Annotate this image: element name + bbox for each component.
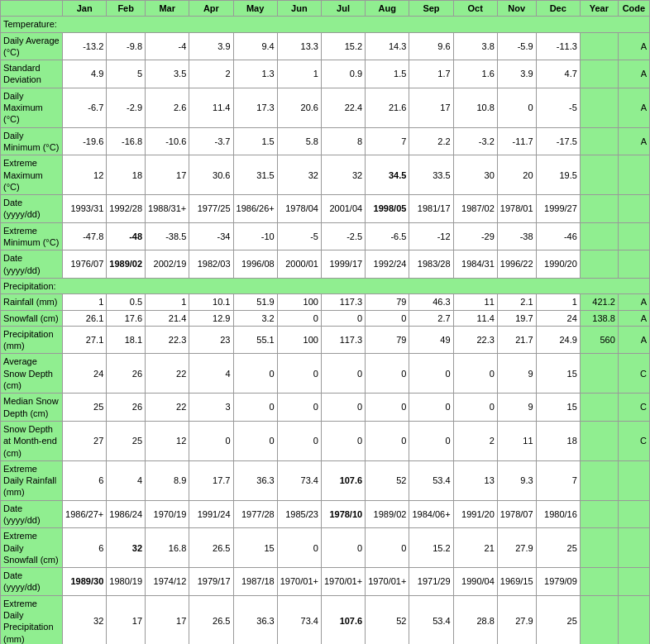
cell-1-1-10: 19.7 xyxy=(497,310,536,326)
cell-2-3-5: 1970/01+ xyxy=(277,568,321,596)
cell-2-0-6: 107.6 xyxy=(321,460,365,500)
cell-2-1-0: 1986/27+ xyxy=(63,500,107,528)
cell-0-6-4: -10 xyxy=(233,222,277,250)
col-header-jan: Jan xyxy=(63,1,107,17)
cell-0-3-11: -17.5 xyxy=(536,127,580,155)
cell-1-5-1: 25 xyxy=(107,421,146,460)
cell-1-1-2: 21.4 xyxy=(146,310,189,326)
cell-0-1-11: 4.7 xyxy=(536,60,580,88)
col-header-mar: Mar xyxy=(146,1,189,17)
cell-1-4-13: C xyxy=(618,394,649,422)
cell-2-0-4: 36.3 xyxy=(233,460,277,500)
cell-0-5-8: 1981/17 xyxy=(409,195,453,223)
row-label-0-6: Extreme Minimum (°C) xyxy=(1,222,63,250)
cell-0-3-5: 5.8 xyxy=(277,127,321,155)
cell-0-2-0: -6.7 xyxy=(63,88,107,127)
cell-0-0-7: 14.3 xyxy=(366,32,409,60)
cell-0-2-5: 20.6 xyxy=(277,88,321,127)
cell-1-5-4: 0 xyxy=(233,421,277,460)
cell-1-3-4: 0 xyxy=(233,354,277,394)
cell-0-0-8: 9.6 xyxy=(409,32,453,60)
cell-0-3-8: 2.2 xyxy=(409,127,453,155)
cell-0-3-10: -11.7 xyxy=(497,127,536,155)
cell-2-3-0: 1989/30 xyxy=(63,568,107,596)
cell-0-5-9: 1987/02 xyxy=(453,195,497,223)
cell-0-7-8: 1983/28 xyxy=(409,250,453,279)
cell-1-5-7: 0 xyxy=(366,421,409,460)
cell-0-4-0: 12 xyxy=(63,155,107,195)
cell-1-0-7: 79 xyxy=(366,294,409,310)
cell-0-2-10: 0 xyxy=(497,88,536,127)
cell-2-2-0: 6 xyxy=(63,528,107,568)
cell-0-7-6: 1999/17 xyxy=(321,250,365,279)
cell-0-2-3: 11.4 xyxy=(189,88,233,127)
cell-2-3-2: 1974/12 xyxy=(146,568,189,596)
cell-0-3-1: -16.8 xyxy=(107,127,146,155)
cell-1-5-3: 0 xyxy=(189,421,233,460)
cell-2-3-12 xyxy=(580,568,618,596)
cell-2-4-7: 52 xyxy=(366,595,409,644)
cell-1-1-3: 12.9 xyxy=(189,310,233,326)
cell-0-7-4: 1996/08 xyxy=(233,250,277,279)
cell-1-4-3: 3 xyxy=(189,394,233,422)
cell-1-0-12: 421.2 xyxy=(580,294,618,310)
cell-1-4-1: 26 xyxy=(107,394,146,422)
cell-1-0-6: 117.3 xyxy=(321,294,365,310)
cell-2-2-1: 32 xyxy=(107,528,146,568)
cell-1-3-2: 22 xyxy=(146,354,189,394)
cell-0-1-5: 1 xyxy=(277,60,321,88)
cell-0-3-7: 7 xyxy=(366,127,409,155)
cell-1-0-4: 51.9 xyxy=(233,294,277,310)
cell-1-1-6: 0 xyxy=(321,310,365,326)
row-label-2-4: Extreme Daily Precipitation (mm) xyxy=(1,595,63,644)
cell-0-4-13 xyxy=(618,155,649,195)
cell-0-7-9: 1984/31 xyxy=(453,250,497,279)
cell-1-4-10: 9 xyxy=(497,394,536,422)
cell-0-1-7: 1.5 xyxy=(366,60,409,88)
cell-2-4-0: 32 xyxy=(63,595,107,644)
cell-2-2-5: 0 xyxy=(277,528,321,568)
cell-2-4-1: 17 xyxy=(107,595,146,644)
cell-0-5-0: 1993/31 xyxy=(63,195,107,223)
cell-1-5-11: 18 xyxy=(536,421,580,460)
cell-0-6-13 xyxy=(618,222,649,250)
col-header-may: May xyxy=(233,1,277,17)
cell-0-5-1: 1992/28 xyxy=(107,195,146,223)
cell-0-5-11: 1999/27 xyxy=(536,195,580,223)
cell-0-1-4: 1.3 xyxy=(233,60,277,88)
cell-2-0-12 xyxy=(580,460,618,500)
cell-1-3-9: 0 xyxy=(453,354,497,394)
cell-1-1-5: 0 xyxy=(277,310,321,326)
cell-0-5-5: 1978/04 xyxy=(277,195,321,223)
cell-2-3-4: 1987/18 xyxy=(233,568,277,596)
cell-2-4-5: 73.4 xyxy=(277,595,321,644)
cell-0-3-3: -3.7 xyxy=(189,127,233,155)
row-label-0-5: Date (yyyy/dd) xyxy=(1,195,63,223)
cell-2-2-10: 27.9 xyxy=(497,528,536,568)
cell-0-1-6: 0.9 xyxy=(321,60,365,88)
cell-1-1-4: 3.2 xyxy=(233,310,277,326)
cell-0-5-7: 1998/05 xyxy=(366,195,409,223)
cell-0-7-11: 1990/20 xyxy=(536,250,580,279)
cell-1-5-9: 2 xyxy=(453,421,497,460)
cell-0-6-3: -34 xyxy=(189,222,233,250)
col-header-nov: Nov xyxy=(497,1,536,17)
cell-1-1-0: 26.1 xyxy=(63,310,107,326)
cell-0-0-11: -11.3 xyxy=(536,32,580,60)
cell-1-3-7: 0 xyxy=(366,354,409,394)
cell-0-5-2: 1988/31+ xyxy=(146,195,189,223)
cell-0-3-0: -19.6 xyxy=(63,127,107,155)
col-header-oct: Oct xyxy=(453,1,497,17)
cell-1-2-2: 22.3 xyxy=(146,326,189,354)
cell-1-0-10: 2.1 xyxy=(497,294,536,310)
cell-1-0-9: 11 xyxy=(453,294,497,310)
row-label-2-3: Date (yyyy/dd) xyxy=(1,568,63,596)
cell-0-7-10: 1996/22 xyxy=(497,250,536,279)
cell-0-1-2: 3.5 xyxy=(146,60,189,88)
cell-2-3-3: 1979/17 xyxy=(189,568,233,596)
cell-0-4-10: 20 xyxy=(497,155,536,195)
cell-0-4-4: 31.5 xyxy=(233,155,277,195)
cell-2-2-8: 15.2 xyxy=(409,528,453,568)
cell-0-4-3: 30.6 xyxy=(189,155,233,195)
cell-0-1-12 xyxy=(580,60,618,88)
